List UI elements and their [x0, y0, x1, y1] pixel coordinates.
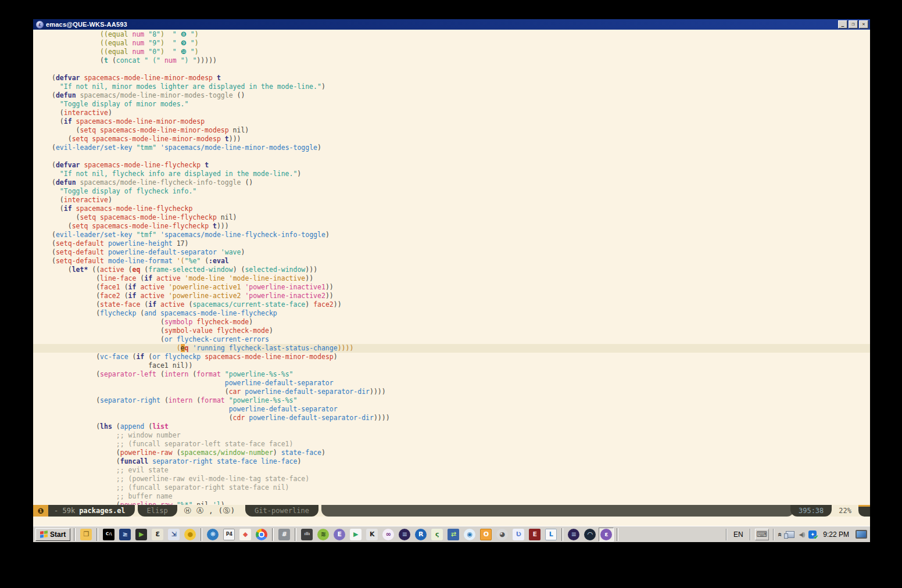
- quicklaunch-powershell-icon[interactable]: ≥: [117, 528, 133, 542]
- quicklaunch-spotify-icon[interactable]: ≋: [316, 528, 331, 542]
- python-snake-glyph: ς: [431, 529, 443, 540]
- code-token: nil: [192, 501, 213, 505]
- quicklaunch-r-app-icon[interactable]: R: [413, 528, 428, 542]
- quicklaunch-hash-app-icon[interactable]: #: [277, 528, 292, 542]
- quicklaunch-orange-o-app-icon[interactable]: O: [478, 528, 493, 542]
- quicklaunch-red-e-app-icon[interactable]: E: [527, 528, 542, 542]
- quicklaunch-media-player-icon[interactable]: ▶: [134, 528, 149, 542]
- code-token: (: [52, 449, 120, 457]
- code-token: "powerline-%s-%s": [229, 396, 298, 404]
- quicklaunch-cyberduck-icon[interactable]: ●: [182, 528, 198, 542]
- quicklaunch-emacs-active-icon[interactable]: ε: [599, 528, 614, 542]
- taskbar-divider[interactable]: [272, 528, 274, 541]
- code-token: )): [334, 300, 342, 309]
- quicklaunch-eclipse-ide-icon[interactable]: ≡: [397, 528, 412, 542]
- code-token: if: [64, 117, 72, 126]
- start-button[interactable]: Start: [35, 528, 70, 541]
- taskbar-divider[interactable]: [201, 528, 202, 541]
- code-token: 'powerline-inactive2: [245, 292, 325, 300]
- quicklaunch-perforce-p4v-icon[interactable]: P4: [221, 528, 237, 542]
- purple-emacs-glyph: E: [334, 529, 345, 540]
- code-line: ((equal num "8") " ❽ "): [52, 30, 870, 39]
- code-token: ;; (powerline-raw evil-mode-line-tag sta…: [52, 475, 309, 483]
- code-token: setq-default: [56, 248, 104, 256]
- quicklaunch-diamond-tool-icon[interactable]: ◆: [238, 528, 253, 542]
- restore-button[interactable]: ❐: [849, 20, 858, 28]
- quicklaunch-eclipse-ide-2-icon[interactable]: ≡: [566, 528, 581, 542]
- code-token: face2: [313, 300, 334, 309]
- modeline-window-number: ❶: [33, 505, 48, 517]
- code-token: spacemacs-mode-line-flycheckp: [100, 213, 217, 221]
- code-line: (lhs (append (list: [52, 422, 870, 431]
- network-icon[interactable]: [786, 531, 794, 538]
- eclipse-ide-2-glyph: ≡: [568, 529, 579, 540]
- code-token: mode-line-format: [108, 257, 173, 265]
- quicklaunch-audio-app-icon[interactable]: ıllı: [299, 528, 314, 542]
- language-indicator[interactable]: EN: [731, 530, 746, 539]
- code-token: "9": [148, 39, 160, 47]
- quicklaunch-linqpad-icon[interactable]: L: [543, 528, 559, 542]
- quicklaunch-explorer-folder-icon[interactable]: ❒: [78, 528, 94, 542]
- code-token: ): [297, 170, 301, 178]
- taskbar-divider[interactable]: [96, 528, 98, 541]
- show-desktop-monitor-icon[interactable]: [856, 530, 867, 539]
- taskbar-divider[interactable]: [561, 528, 563, 541]
- taskbar-divider[interactable]: [295, 528, 296, 541]
- code-token: 'running: [192, 344, 224, 352]
- quicklaunch-vs-infinity-icon[interactable]: ∞: [381, 528, 396, 542]
- quicklaunch-chrome-browser-icon[interactable]: [254, 528, 269, 542]
- quicklaunch-blue-globe-icon[interactable]: ❋: [205, 528, 220, 542]
- code-token: (: [52, 213, 80, 221]
- dropbox-icon[interactable]: ✦ ✔: [808, 530, 817, 539]
- modeline-buffer-segment[interactable]: - 59k packages.el: [48, 505, 135, 517]
- modeline-minor-mode-lighters[interactable]: Ⓗ Ⓐ , (Ⓢ): [177, 505, 242, 517]
- code-token: (: [52, 292, 100, 300]
- code-token: powerline-default-separator: [229, 405, 338, 413]
- quicklaunch-remote-session-icon[interactable]: ⇄: [446, 528, 461, 542]
- code-line: "If not nil, flycheck info are displayed…: [52, 170, 870, 178]
- tray-divider: [773, 529, 774, 540]
- quicklaunch-steam-icon[interactable]: ◠: [582, 528, 597, 542]
- quicklaunch-google-play-icon[interactable]: ▶: [348, 528, 363, 542]
- code-token: ): [321, 83, 325, 91]
- code-token: (: [201, 257, 209, 265]
- code-token: state-face: [100, 300, 140, 309]
- quicklaunch-quick-eye-icon[interactable]: ◉: [462, 528, 477, 542]
- quicklaunch-gimp-icon[interactable]: ◕: [495, 528, 510, 542]
- code-token: (: [52, 457, 120, 465]
- window-titlebar[interactable]: ε emacs@QUE-WKS-AA593 _ ❐ ✕: [33, 19, 870, 30]
- quicklaunch-command-prompt-icon[interactable]: C:\: [101, 528, 116, 542]
- close-button[interactable]: ✕: [859, 20, 868, 28]
- code-token: [156, 231, 160, 239]
- code-line: (interactive): [52, 196, 870, 205]
- code-token: [213, 457, 217, 465]
- code-token: [52, 405, 229, 413]
- quicklaunch-v-app-icon[interactable]: Ʋ: [511, 528, 526, 542]
- quicklaunch-k-tool-icon[interactable]: K: [364, 528, 380, 542]
- code-token: "tmf": [136, 231, 156, 239]
- code-line: (separator-left (intern (format "powerli…: [52, 370, 870, 379]
- modeline-major-mode[interactable]: Elisp: [138, 505, 177, 517]
- code-token: "tmm": [136, 144, 156, 152]
- hidden-icons-chevron[interactable]: «: [776, 532, 784, 536]
- quicklaunch-python-snake-icon[interactable]: ς: [429, 528, 445, 542]
- taskbar-clock[interactable]: 9:22 PM: [821, 530, 851, 539]
- minimize-button[interactable]: _: [838, 20, 847, 28]
- keyboard-layout-icon[interactable]: ⌨: [755, 529, 769, 540]
- modeline-vcs-branch[interactable]: Git-powerline: [245, 505, 318, 517]
- quicklaunch-emacs-editor-icon[interactable]: Ɛ: [150, 528, 165, 542]
- code-token: t: [205, 161, 209, 169]
- echo-area[interactable]: [33, 517, 870, 526]
- code-token: ") ": [181, 56, 197, 64]
- quicklaunch-remote-desktop-icon[interactable]: ⇲: [166, 528, 181, 542]
- taskbar-divider[interactable]: [617, 528, 618, 541]
- code-buffer[interactable]: ((equal num "8") " ❽ ") ((equal num "9")…: [33, 30, 870, 505]
- code-token: 'wave: [221, 248, 241, 256]
- code-token: )))): [374, 414, 390, 422]
- taskbar-divider[interactable]: [74, 528, 76, 541]
- volume-icon[interactable]: ◀)): [799, 532, 804, 537]
- code-token: face1: [100, 283, 120, 291]
- google-play-glyph: ▶: [350, 529, 361, 540]
- quicklaunch-purple-emacs-icon[interactable]: E: [332, 528, 347, 542]
- code-token: nil): [217, 213, 237, 221]
